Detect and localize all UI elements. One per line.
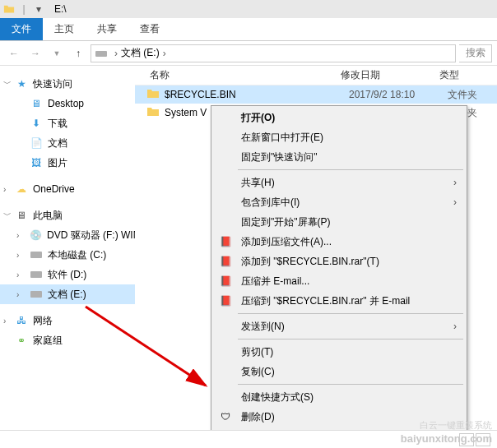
menu-add-to-rar[interactable]: 📕添加到 "$RECYCLE.BIN.rar"(T): [213, 252, 465, 271]
chevron-right-icon: ›: [16, 231, 19, 240]
chevron-right-icon: ›: [453, 321, 457, 332]
sidebar-item-drive-e[interactable]: › 文档 (E:): [0, 284, 135, 304]
tab-share[interactable]: 共享: [86, 18, 128, 40]
menu-pin-quick-access[interactable]: 固定到"快速访问": [213, 147, 465, 167]
qat-dropdown-icon[interactable]: ▾: [33, 3, 44, 15]
menu-open[interactable]: 打开(O): [213, 108, 465, 127]
chevron-right-icon: ›: [16, 270, 19, 279]
recent-dropdown-icon[interactable]: ▼: [48, 44, 66, 62]
desktop-icon: 🖥: [30, 97, 43, 110]
disc-icon: 💿: [30, 229, 42, 242]
column-name[interactable]: 名称: [135, 68, 341, 82]
file-date: 2017/9/2 18:10: [349, 89, 448, 100]
menu-pin-start[interactable]: 固定到"开始"屏幕(P): [213, 212, 465, 232]
menu-compress-rar-email[interactable]: 📕压缩到 "$RECYCLE.BIN.rar" 并 E-mail: [213, 291, 465, 311]
menu-add-archive[interactable]: 📕添加到压缩文件(A)...: [213, 232, 465, 252]
svg-rect-2: [30, 271, 42, 278]
sidebar-item-label: 家庭组: [33, 334, 63, 348]
sidebar-item-network[interactable]: › 🖧 网络: [0, 311, 135, 330]
svg-rect-3: [30, 291, 42, 298]
sidebar-item-label: 此电脑: [33, 209, 63, 223]
chevron-right-icon: ›: [16, 290, 19, 299]
chevron-right-icon: ›: [114, 48, 118, 59]
chevron-down-icon: ﹀: [3, 210, 12, 221]
menu-create-shortcut[interactable]: 创建快捷方式(S): [213, 387, 465, 407]
menu-separator: [238, 384, 463, 385]
menu-copy[interactable]: 复制(C): [213, 362, 465, 381]
file-name: $RECYCLE.BIN: [165, 89, 349, 100]
sidebar-item-this-pc[interactable]: ﹀ 🖥 此电脑: [0, 206, 135, 225]
sidebar-item-documents[interactable]: 📄 文档: [0, 133, 135, 153]
chevron-right-icon: ›: [163, 48, 166, 59]
drive-icon: [30, 288, 43, 301]
menu-include-in-library[interactable]: 包含到库中(I)›: [213, 192, 465, 212]
column-type[interactable]: 类型: [439, 68, 497, 82]
drive-icon: [30, 248, 43, 261]
column-headers[interactable]: 名称 修改日期 类型: [135, 66, 497, 85]
rar-icon: 📕: [218, 254, 233, 269]
sidebar-item-homegroup[interactable]: ⚭ 家庭组: [0, 330, 135, 350]
sidebar-item-onedrive[interactable]: › ☁ OneDrive: [0, 179, 135, 199]
folder-icon: [146, 106, 160, 119]
sidebar-item-label: Desktop: [48, 98, 84, 109]
sidebar-item-label: 文档 (E:): [48, 288, 86, 302]
file-type: 文件夹: [448, 88, 477, 102]
chevron-right-icon: ›: [16, 251, 19, 260]
back-button[interactable]: ←: [5, 44, 23, 62]
table-row[interactable]: $RECYCLE.BIN 2017/9/2 18:10 文件夹: [135, 85, 497, 104]
menu-send-to[interactable]: 发送到(N)›: [213, 316, 465, 336]
sidebar-item-downloads[interactable]: ⬇ 下载: [0, 113, 135, 133]
network-icon: 🖧: [15, 314, 28, 327]
title-bar: | ▾ E:\: [0, 0, 497, 18]
cloud-icon: ☁: [15, 182, 28, 196]
chevron-right-icon: ›: [3, 185, 6, 194]
sidebar-item-label: 网络: [33, 314, 53, 328]
file-tab[interactable]: 文件: [0, 18, 43, 40]
sidebar-item-label: DVD 驱动器 (F:) WIN: [47, 229, 135, 242]
menu-compress-email[interactable]: 📕压缩并 E-mail...: [213, 271, 465, 291]
sidebar-item-label: OneDrive: [33, 183, 75, 195]
sidebar-item-label: 软件 (D:): [48, 268, 86, 282]
navigation-pane: ﹀ ★ 快速访问 🖥 Desktop ⬇ 下载 📄 文档 🖼 图片 › ☁ On…: [0, 66, 135, 419]
address-bar[interactable]: › 文档 (E:) ›: [91, 44, 456, 62]
star-icon: ★: [15, 77, 28, 90]
tab-home[interactable]: 主页: [43, 18, 86, 40]
sidebar-item-label: 下载: [48, 117, 67, 131]
documents-icon: 📄: [30, 136, 43, 150]
column-modified[interactable]: 修改日期: [341, 68, 439, 82]
watermark-url: baiyunxitong.com: [401, 432, 492, 445]
sidebar-item-desktop[interactable]: 🖥 Desktop: [0, 94, 135, 113]
sidebar-item-drive-d[interactable]: › 软件 (D:): [0, 265, 135, 284]
sidebar-item-label: 文档: [48, 136, 67, 150]
watermark-logo: 白云一键重装系统: [420, 419, 492, 432]
sidebar-item-label: 快速访问: [33, 77, 72, 91]
chevron-down-icon: ﹀: [3, 78, 12, 90]
forward-button[interactable]: →: [26, 44, 44, 62]
up-button[interactable]: ↑: [69, 44, 87, 62]
menu-open-new-window[interactable]: 在新窗口中打开(E): [213, 127, 465, 147]
sidebar-item-pictures[interactable]: 🖼 图片: [0, 153, 135, 173]
rar-icon: 📕: [218, 234, 233, 249]
search-input[interactable]: 搜索: [459, 44, 492, 62]
pictures-icon: 🖼: [30, 156, 43, 169]
context-menu: 打开(O) 在新窗口中打开(E) 固定到"快速访问" 共享(H)› 包含到库中(…: [211, 105, 467, 448]
tab-view[interactable]: 查看: [128, 18, 171, 40]
menu-separator: [238, 169, 463, 170]
ribbon-tabs: 文件 主页 共享 查看: [0, 18, 497, 41]
folder-icon: [146, 88, 160, 101]
folder-icon: [3, 3, 15, 15]
menu-cut[interactable]: 剪切(T): [213, 342, 465, 362]
menu-share[interactable]: 共享(H)›: [213, 173, 465, 192]
svg-rect-1: [30, 252, 42, 258]
sidebar-item-label: 本地磁盘 (C:): [48, 248, 106, 262]
breadcrumb-segment[interactable]: 文档 (E:): [121, 46, 160, 60]
chevron-right-icon: ›: [453, 196, 457, 208]
svg-rect-0: [95, 51, 107, 57]
sidebar-item-quick-access[interactable]: ﹀ ★ 快速访问: [0, 74, 135, 94]
chevron-right-icon: ›: [453, 177, 457, 188]
rar-icon: 📕: [218, 293, 233, 308]
menu-separator: [238, 339, 463, 339]
sidebar-item-drive-c[interactable]: › 本地磁盘 (C:): [0, 245, 135, 265]
sidebar-item-dvd[interactable]: › 💿 DVD 驱动器 (F:) WIN: [0, 225, 135, 245]
rar-icon: 📕: [218, 274, 233, 289]
